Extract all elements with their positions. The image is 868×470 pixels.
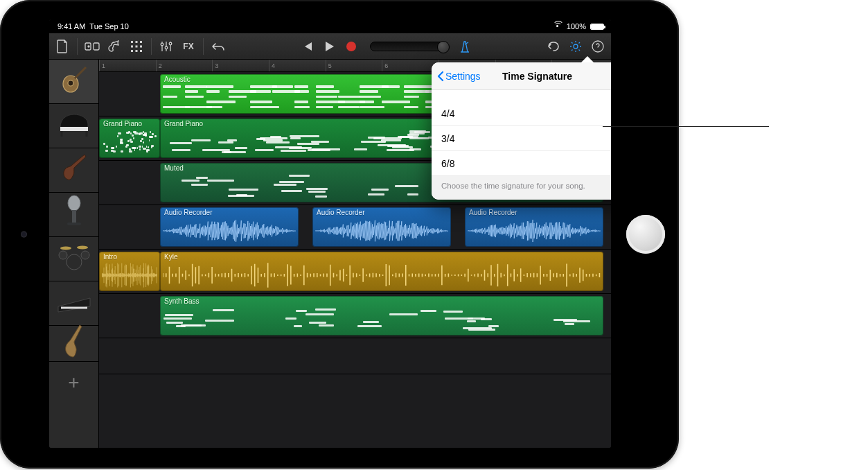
svg-rect-8	[140, 45, 142, 47]
ruler-tick: 6	[382, 60, 388, 71]
undo-button[interactable]	[208, 37, 229, 56]
time-signature-option[interactable]: 4/4✓	[432, 101, 611, 126]
region[interactable]: Audio Recorder	[312, 207, 451, 247]
track-header-synth[interactable]	[49, 281, 98, 326]
popover-option-list: 4/4✓3/46/8	[432, 90, 611, 176]
svg-point-14	[169, 42, 172, 45]
region[interactable]: Grand Piano	[99, 119, 160, 158]
track-header-sidebar: +	[49, 60, 99, 448]
track-header-grand-piano[interactable]	[49, 104, 98, 148]
acoustic-guitar-icon	[58, 63, 90, 100]
svg-rect-11	[140, 50, 142, 52]
add-track-button[interactable]: +	[49, 362, 98, 403]
svg-rect-20	[60, 127, 88, 131]
svg-point-13	[165, 46, 168, 49]
svg-rect-10	[136, 50, 138, 52]
synth-icon	[57, 289, 91, 318]
battery-icon	[590, 24, 604, 30]
clock-text: 9:41 AM	[57, 22, 85, 31]
device-camera	[21, 232, 27, 238]
bass-guitar-icon	[58, 152, 90, 189]
my-songs-button[interactable]	[52, 37, 73, 56]
help-button[interactable]	[587, 37, 608, 56]
ipad-device: 9:41 AM Tue Sep 10 100%	[0, 0, 679, 469]
region[interactable]: Synth Bass	[160, 296, 603, 336]
microphone-icon	[62, 195, 87, 234]
track-row[interactable]	[99, 338, 611, 374]
svg-rect-1	[94, 43, 99, 50]
region-label: Audio Recorder	[317, 209, 447, 216]
svg-point-2	[88, 46, 89, 47]
option-label: 3/4	[441, 133, 454, 144]
option-label: 6/8	[441, 158, 454, 169]
drum-kit-icon	[56, 243, 92, 275]
region-label: Grand Piano	[103, 120, 156, 128]
svg-point-19	[68, 80, 73, 86]
grand-piano-icon	[57, 109, 91, 143]
svg-point-24	[67, 254, 82, 270]
svg-point-15	[346, 42, 356, 51]
screen: 9:41 AM Tue Sep 10 100%	[49, 19, 611, 448]
settings-button[interactable]	[565, 37, 586, 56]
svg-point-25	[59, 251, 67, 259]
svg-point-16	[574, 44, 578, 49]
popover-title: Time Signature	[502, 71, 572, 82]
track-row[interactable]: Audio RecorderAudio RecorderAudio Record…	[99, 205, 611, 250]
svg-rect-22	[72, 210, 76, 223]
record-button[interactable]	[341, 37, 362, 56]
instrument-button[interactable]	[104, 37, 125, 56]
time-signature-option[interactable]: 3/4	[432, 126, 611, 151]
track-header-strings[interactable]	[49, 326, 98, 362]
option-label: 4/4	[441, 108, 454, 119]
svg-rect-23	[67, 223, 81, 225]
region[interactable]: Audio Recorder	[465, 207, 603, 247]
mixer-button[interactable]	[156, 37, 177, 56]
region[interactable]: Intro	[99, 252, 160, 291]
track-header-bass-guitar[interactable]	[49, 148, 98, 193]
date-text: Tue Sep 10	[89, 22, 128, 31]
status-bar: 9:41 AM Tue Sep 10 100%	[49, 19, 611, 33]
svg-rect-4	[136, 41, 138, 43]
battery-text: 100%	[567, 22, 586, 31]
loop-button[interactable]	[543, 37, 564, 56]
region[interactable]: Audio Recorder	[160, 207, 299, 247]
wifi-icon	[553, 23, 563, 30]
main-toolbar: FX	[49, 33, 611, 60]
popover-footer-text: Choose the time signature for your song.	[432, 176, 611, 200]
svg-point-12	[161, 43, 163, 46]
grid-button[interactable]	[126, 37, 147, 56]
track-header-acoustic-guitar[interactable]	[49, 60, 98, 104]
track-header-drum-kit[interactable]	[49, 237, 98, 281]
track-row[interactable]: IntroKyle	[99, 250, 611, 294]
callout-line	[603, 126, 769, 127]
track-row[interactable]: Synth Bass	[99, 294, 611, 338]
ruler-tick: 5	[326, 60, 332, 71]
popover-header: Settings Time Signature	[432, 62, 611, 90]
play-button[interactable]	[319, 37, 339, 56]
svg-point-26	[81, 251, 89, 259]
svg-rect-7	[136, 45, 138, 47]
fx-button[interactable]: FX	[178, 37, 199, 56]
ruler-tick: 2	[156, 60, 162, 71]
rewind-button[interactable]	[296, 37, 317, 56]
svg-point-21	[68, 195, 80, 211]
ruler-tick: 3	[212, 60, 218, 71]
region-label: Synth Bass	[164, 297, 599, 305]
time-signature-option[interactable]: 6/8	[432, 151, 611, 176]
region-label: Audio Recorder	[164, 209, 294, 216]
svg-rect-3	[131, 41, 133, 43]
home-button[interactable]	[626, 215, 665, 254]
svg-point-27	[60, 247, 71, 250]
popover-back-button[interactable]: Settings	[437, 62, 481, 89]
browser-button[interactable]	[82, 37, 103, 56]
ruler-tick: 4	[269, 60, 275, 71]
strings-icon	[60, 324, 88, 363]
metronome-button[interactable]	[454, 37, 475, 56]
song-position[interactable]	[370, 42, 446, 51]
time-signature-popover: Settings Time Signature 4/4✓3/46/8 Choos…	[432, 62, 611, 200]
track-header-microphone[interactable]	[49, 193, 98, 237]
popover-back-label: Settings	[445, 71, 481, 82]
region-label: Audio Recorder	[469, 209, 599, 216]
svg-rect-5	[140, 41, 142, 43]
region[interactable]: Kyle	[160, 252, 603, 291]
